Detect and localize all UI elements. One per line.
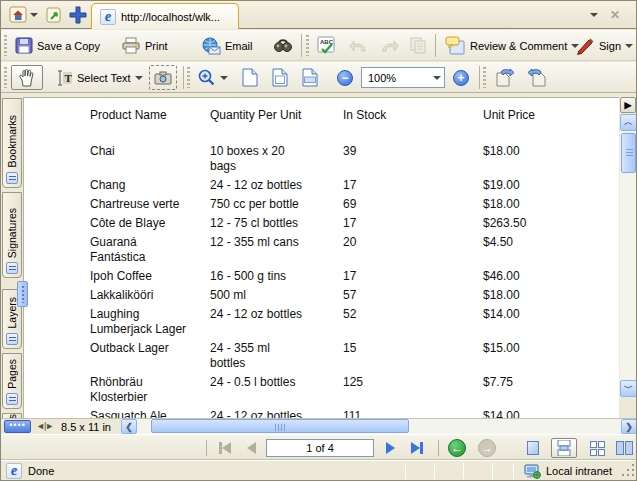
facing-icon [616, 441, 633, 455]
select-text-icon: T [55, 69, 73, 87]
document-status-row: •••• ◄|► 8.5 x 11 in ❮ ❯ [1, 418, 637, 434]
sidebar-tab-signatures[interactable]: Signatures [2, 192, 22, 278]
search-button[interactable] [269, 33, 297, 58]
table-cell: 24 - 355 ml bottles [210, 341, 343, 375]
sidebar-tab-bookmarks[interactable]: Bookmarks [2, 98, 22, 188]
horizontal-scroll-thumb[interactable] [151, 419, 409, 433]
single-page-layout-button[interactable] [520, 438, 546, 458]
spellcheck-button[interactable]: ABC [313, 33, 341, 58]
table-cell: 500 ml [210, 288, 343, 307]
table-cell: 52 [343, 307, 483, 341]
next-view-button[interactable] [491, 65, 519, 90]
next-page-button[interactable] [380, 438, 400, 458]
acrobat-view-toolbar: T Select Text [1, 62, 637, 93]
facing-layout-button[interactable] [611, 438, 637, 458]
browser-status-bar: e Done Local intranet [1, 460, 637, 481]
splitter-arrows-icon: ◄|► [36, 421, 53, 431]
table-row: Laughing Lumberjack Lager24 - 12 oz bott… [90, 307, 595, 341]
pdf-page[interactable]: Product Name Quantity Per Unit In Stock … [23, 97, 619, 418]
browser-window: e http://localhost/wlk... ✕ Save a Copy … [0, 0, 637, 481]
table-cell: 24 - 12 oz bottles [210, 409, 343, 418]
scroll-left-icon[interactable]: ❮ [121, 419, 137, 434]
search-icon [273, 38, 293, 54]
table-cell: 12 - 75 cl bottles [210, 216, 343, 235]
sidebar-tab-pages[interactable]: Pages [2, 353, 22, 409]
page-navigation-bar: 1 of 4 ← → [1, 434, 637, 460]
sign-label: Sign [599, 40, 621, 52]
collapse-pane-button[interactable]: •••• [4, 420, 31, 433]
actual-size-icon [242, 68, 258, 87]
zoom-out-button[interactable]: − [333, 65, 357, 90]
previous-view-button[interactable] [523, 65, 551, 90]
open-in-new-window-icon[interactable] [43, 5, 65, 25]
toolbar-grip[interactable] [483, 67, 486, 88]
table-cell: Ipoh Coffee [90, 269, 210, 288]
scroll-down-icon[interactable]: ﹀ [620, 380, 637, 397]
column-header-unit-price: Unit Price [483, 108, 595, 144]
copy-icon [409, 37, 427, 54]
fit-width-button[interactable] [297, 65, 323, 90]
ie-icon: e [6, 463, 22, 479]
table-cell: 17 [343, 216, 483, 235]
resize-grip[interactable] [622, 464, 636, 478]
email-button[interactable]: Email [197, 33, 257, 58]
fit-width-icon [302, 68, 318, 87]
sign-button[interactable]: Sign [571, 33, 637, 58]
table-cell: Rhönbräu Klosterbier [90, 375, 210, 409]
tab-url-label: http://localhost/wlk... [121, 11, 220, 23]
table-cell: $18.00 [483, 197, 595, 216]
zoom-level-dropdown-icon[interactable] [429, 68, 444, 87]
table-row: Côte de Blaye12 - 75 cl bottles17$263.50 [90, 216, 595, 235]
first-page-button [213, 438, 237, 458]
previous-page-button [241, 438, 261, 458]
tab-list-dropdown-icon[interactable] [587, 5, 601, 25]
table-row: Sasquatch Ale24 - 12 oz bottles111$14.00 [90, 409, 595, 418]
actual-size-button[interactable] [237, 65, 263, 90]
hand-tool-button[interactable] [11, 65, 43, 90]
vertical-scrollbar[interactable]: ︿ ﹀ [620, 114, 637, 397]
table-cell: 39 [343, 144, 483, 178]
table-cell: 15 [343, 341, 483, 375]
vertical-scroll-thumb[interactable] [621, 133, 636, 173]
snapshot-button[interactable] [149, 65, 177, 90]
last-page-button[interactable] [405, 438, 429, 458]
add-tab-icon[interactable] [67, 5, 89, 25]
horizontal-scrollbar[interactable]: ❮ ❯ [121, 419, 637, 434]
review-comment-button[interactable]: Review & Comment [441, 33, 583, 58]
fit-page-button[interactable] [267, 65, 293, 90]
undo-button [345, 33, 373, 58]
navigation-pane-tabs: Bookmarks Signatures Layers Pages Commen… [1, 93, 23, 418]
pane-splitter-handle[interactable] [17, 281, 28, 307]
table-row: Chang24 - 12 oz bottles17$19.00 [90, 178, 595, 197]
select-text-button[interactable]: T Select Text [51, 65, 147, 90]
continuous-layout-button[interactable] [551, 438, 577, 458]
table-cell: $7.75 [483, 375, 595, 409]
previous-view-circle-button[interactable]: ← [447, 438, 467, 458]
toolbar-grip[interactable] [4, 67, 7, 88]
toolbar-grip[interactable] [4, 35, 7, 56]
zoom-in-tool-button[interactable] [193, 65, 232, 90]
zone-label: Local intranet [546, 465, 612, 477]
table-cell: 20 [343, 235, 483, 269]
table-row: Ipoh Coffee16 - 500 g tins17$46.00 [90, 269, 595, 288]
zoom-in-button[interactable]: + [449, 65, 473, 90]
zoom-level-input[interactable]: 100% [361, 67, 445, 88]
page-number-input[interactable]: 1 of 4 [266, 439, 374, 457]
home-icon[interactable] [7, 5, 29, 25]
previous-view-icon [527, 68, 547, 87]
column-header-product-name: Product Name [90, 108, 210, 144]
scroll-up-icon[interactable]: ︿ [620, 114, 637, 131]
close-tab-icon[interactable]: ✕ [607, 5, 623, 25]
save-copy-button[interactable]: Save a Copy [11, 33, 104, 58]
continuous-facing-layout-button[interactable] [584, 438, 610, 458]
browser-tab[interactable]: e http://localhost/wlk... [91, 3, 239, 29]
print-button[interactable]: Print [117, 33, 172, 58]
toolbar-grip[interactable] [187, 67, 190, 88]
table-cell: 69 [343, 197, 483, 216]
table-cell: Chai [90, 144, 210, 178]
hide-toolbar-pane-button[interactable]: ▶ [620, 97, 636, 113]
toolbar-grip[interactable] [306, 35, 309, 56]
review-comment-label: Review & Comment [470, 40, 567, 52]
home-dropdown-icon[interactable] [29, 5, 39, 25]
scroll-right-icon[interactable]: ❯ [621, 419, 637, 434]
